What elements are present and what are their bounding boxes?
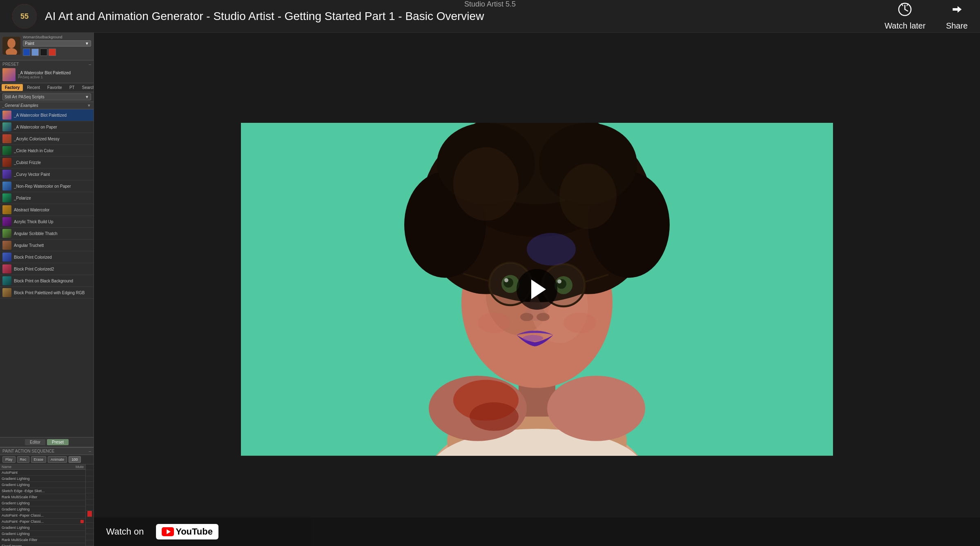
share-label: Share [946,21,968,31]
preset-list-item[interactable]: _Cubist Frizzle [0,157,94,169]
tab-recent[interactable]: Recent [24,84,43,91]
tab-search[interactable]: Search [79,84,94,91]
youtube-logo-icon [162,527,174,536]
tab-pt[interactable]: PT [66,84,78,91]
preset-list-item[interactable]: _Circle Hatch in Color [0,145,94,157]
tab-bar: Factory Recent Favorite PT Search [0,83,94,92]
preset-list-item[interactable]: _A Watercolor on Paper [0,121,94,133]
pas-row[interactable]: Rank MultiScale Filter [0,537,85,543]
category-dropdown-arrow: ▼ [85,95,89,99]
top-actions: Watch later Share [884,2,968,31]
swatch-blue[interactable] [23,49,30,56]
video-wrapper[interactable] [241,123,833,456]
preset-item-name: Block Print Colorized2 [14,267,54,271]
pas-indicator-cell [86,517,94,523]
preset-item-thumb [2,122,11,131]
preset-item-name: _Polarize [14,196,31,200]
preset-item-thumb [2,170,11,179]
svg-point-18 [547,376,645,441]
preset-list-item[interactable]: Acrylic Thick Build Up [0,216,94,228]
swatch-red[interactable] [49,49,56,56]
preset-item-name: Block Print Colorized [14,255,52,260]
pas-row-name: Rank MultiScale Filter [2,495,84,499]
preset-item-name: _Non-Rep Watercolor on Paper [14,184,71,189]
pas-play-btn[interactable]: Play [2,456,16,463]
pas-row[interactable]: AutoPaint -Paper Classi... [0,519,85,525]
pas-animate-btn[interactable]: Animate [48,456,67,463]
preset-list-item[interactable]: _Non-Rep Watercolor on Paper [0,180,94,192]
preset-toggle-btn[interactable]: Preset [47,439,69,445]
pas-indicator-cell [86,476,94,482]
pas-col-name-header: Name [2,465,71,469]
pas-row[interactable]: Gradient Lighting [0,482,85,488]
preset-list-item[interactable]: Block Print Colorized2 [0,263,94,275]
color-swatches [23,49,91,56]
paint-dropdown-arrow: ▼ [85,41,89,46]
paint-dropdown[interactable]: Paint ▼ [23,40,91,47]
editor-toggle-btn[interactable]: Editor [25,439,45,445]
paint-controls: WomanStudbackground Paint ▼ [0,33,94,60]
watch-later-button[interactable]: Watch later [884,2,925,31]
preset-item-name: Acrylic Thick Build Up [14,220,53,224]
pas-row[interactable]: Gradient Lighting [0,531,85,537]
preset-item-thumb [2,146,11,155]
swatch-lightblue[interactable] [31,49,39,56]
preset-item-name: Angular Truchett [14,243,44,248]
pas-row[interactable]: Gradient Lighting [0,500,85,506]
preset-list-item[interactable]: Block Print Colorized [0,251,94,263]
preset-item-name: Block Print on Black Background [14,279,73,283]
group-name: _General Examples [2,103,38,108]
preset-list-item[interactable]: Block Print Palettized with Edging RGB [0,287,94,299]
preset-list-item[interactable]: _Curvy Vector Paint [0,169,94,180]
pas-indicator-cell [86,505,94,511]
pas-row-name: Sketch Edge -Edge Sket... [2,489,84,493]
preset-list-item[interactable]: Angular Scribble Thatch [0,228,94,240]
preset-list-item[interactable]: _Acrylic Colorized Messy [0,133,94,145]
preset-list-item[interactable]: _Polarize [0,192,94,204]
pas-row[interactable]: Gradient Lighting [0,476,85,482]
pas-row-name: Gradient Lighting [2,477,84,481]
pas-indicators [85,464,94,546]
pas-row-name: Gradient Lighting [2,532,84,536]
pas-indicator-cell [86,470,94,476]
preset-list-item[interactable]: _A Watercolor Blot Palettized [0,109,94,121]
woman-bg-label: WomanStudbackground [23,35,91,39]
tab-factory[interactable]: Factory [2,84,23,91]
preset-item-thumb [2,288,11,297]
preset-item-name: Abstract Watercolor [14,208,49,212]
svg-point-20 [470,402,519,431]
pas-row[interactable]: AutoPaint -Paper Classi... [0,513,85,519]
pas-indicator-cell [87,511,92,517]
speed-input[interactable]: 100 [69,456,81,463]
play-button[interactable] [517,269,557,310]
pas-row-name: Gradient Lighting [2,526,84,530]
preset-list[interactable]: _A Watercolor Blot Palettized_A Watercol… [0,109,94,437]
pas-row[interactable]: Gradient Lighting [0,525,85,531]
tab-favorite[interactable]: Favorite [44,84,65,91]
pas-row-name: AutoPaint -Paper Classi... [2,513,84,517]
pas-rec-btn[interactable]: Rec [17,456,29,463]
preset-item-thumb [2,264,11,273]
preset-list-item[interactable]: Block Print on Black Background [0,275,94,287]
svg-point-36 [453,147,519,221]
pas-indicator-cell [86,482,94,488]
pas-erase-btn[interactable]: Erase [31,456,47,463]
pas-row[interactable]: AutoPaint [0,470,85,476]
pas-row[interactable]: Rank MultiScale Filter [0,494,85,500]
swatch-black[interactable] [40,49,47,56]
pas-row[interactable]: Sketch Edge -Edge Sket... [0,488,85,494]
share-button[interactable]: Share [946,2,968,31]
pas-row[interactable]: Fixed Image [0,543,85,546]
youtube-badge[interactable]: YouTube [156,524,218,539]
svg-point-50 [557,280,561,284]
pas-list-container: Name Mute AutoPaintGradient LightingGrad… [0,464,94,546]
preset-list-item[interactable]: Abstract Watercolor [0,204,94,216]
pas-controls: Play Rec Erase Animate 100 [0,455,94,464]
pas-indicator-cell [86,523,94,528]
svg-point-53 [523,335,543,342]
svg-point-51 [520,313,533,321]
preset-list-item[interactable]: Angular Truchett [0,240,94,251]
category-row: Still Art PASeq Scripts ▼ [0,92,94,102]
category-dropdown[interactable]: Still Art PASeq Scripts ▼ [2,93,91,100]
pas-row[interactable]: Gradient Lighting [0,506,85,513]
